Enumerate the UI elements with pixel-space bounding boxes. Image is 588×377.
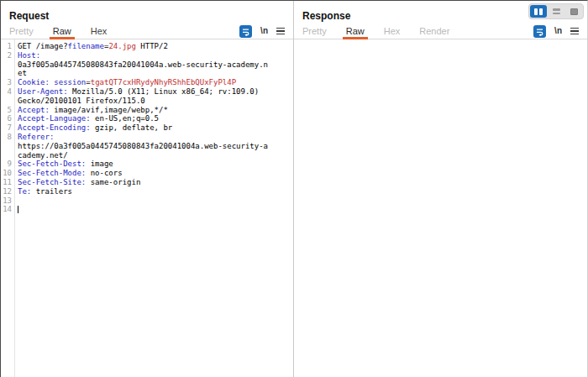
tab-hex[interactable]: Hex (384, 24, 401, 39)
editor-row[interactable]: 13 (1, 196, 293, 206)
tab-render[interactable]: Render (419, 24, 449, 39)
text-caret (18, 206, 18, 214)
request-panel-title: Request (9, 10, 49, 22)
repeater-view: Request PrettyRawHex \n 1GET /ima (0, 0, 588, 377)
line-number: 5 (1, 106, 14, 115)
columns-layout-icon (534, 8, 543, 15)
editor-row[interactable]: et (1, 69, 293, 78)
layout-switcher (528, 3, 584, 19)
code-line: 0a3f005a0445745080843fa20041004a.web-sec… (14, 60, 268, 70)
editor-row[interactable]: cademy.net/ (1, 151, 293, 160)
tab-raw[interactable]: Raw (346, 24, 365, 39)
tab-raw[interactable]: Raw (53, 24, 71, 39)
request-title-row: Request (1, 1, 293, 24)
editor-row[interactable]: 1GET /image?filename=24.jpg HTTP/2 (1, 42, 293, 51)
line-number (1, 142, 14, 151)
gutter-divider (14, 39, 15, 377)
line-number: 2 (1, 51, 14, 60)
single-pane-button[interactable] (565, 5, 582, 18)
line-number: 14 (1, 205, 14, 214)
editor-row[interactable]: 2Host: (1, 51, 293, 60)
code-line: Cookie: session=tgatQT7cxHRydyNhyRShhEbQ… (14, 78, 236, 87)
editor-row[interactable]: 4User-Agent: Mozilla/5.0 (X11; Linux x86… (1, 87, 293, 97)
line-number (1, 97, 14, 106)
line-number (1, 60, 14, 70)
word-wrap-icon (535, 27, 544, 36)
hamburger-icon (570, 28, 579, 35)
line-number: 13 (1, 196, 14, 206)
code-line: cademy.net/ (14, 151, 68, 160)
request-editor-toolbar: \n (239, 25, 285, 38)
response-tabbar: PrettyRawHexRender \n (294, 24, 587, 39)
line-number: 9 (1, 160, 14, 169)
word-wrap-toggle-button[interactable] (533, 25, 546, 38)
show-newlines-toggle-button[interactable]: \n (554, 27, 562, 35)
response-tabs: PrettyRawHexRender (302, 24, 469, 39)
request-panel: Request PrettyRawHex \n 1GET /ima (1, 1, 293, 377)
editor-row[interactable]: 3Cookie: session=tgatQT7cxHRydyNhyRShhEb… (1, 78, 293, 87)
response-panel-title: Response (302, 10, 350, 22)
rows-layout-icon (553, 8, 560, 14)
code-line: Sec-Fetch-Mode: no-cors (14, 169, 123, 178)
editor-row[interactable]: 0a3f005a0445745080843fa20041004a.web-sec… (1, 60, 293, 70)
editor-menu-button[interactable] (276, 28, 285, 35)
code-line: GET /image?filename=24.jpg HTTP/2 (14, 42, 168, 51)
response-editor-toolbar: \n (533, 25, 579, 38)
line-number: 8 (1, 133, 14, 142)
code-line: Sec-Fetch-Site: same-origin (14, 178, 140, 187)
code-line: Referer: (14, 133, 54, 142)
request-tabs: PrettyRawHex (9, 24, 126, 39)
code-line: Te: trailers (14, 187, 72, 196)
line-number: 11 (1, 178, 14, 187)
line-number: 3 (1, 78, 14, 87)
line-number (1, 151, 14, 160)
editor-row[interactable]: https://0a3f005a0445745080843fa20041004a… (1, 142, 293, 151)
editor-row[interactable]: 9Sec-Fetch-Dest: image (1, 160, 293, 169)
editor-row[interactable]: 7Accept-Encoding: gzip, deflate, br (1, 123, 293, 133)
editor-row[interactable]: 8Referer: (1, 133, 293, 142)
tab-hex[interactable]: Hex (91, 24, 108, 39)
line-number: 7 (1, 123, 14, 133)
request-tabbar: PrettyRawHex \n (1, 24, 293, 39)
line-number: 4 (1, 87, 14, 97)
line-number: 6 (1, 114, 14, 123)
word-wrap-toggle-button[interactable] (239, 25, 252, 38)
line-number: 10 (1, 169, 14, 178)
word-wrap-icon (241, 27, 250, 36)
code-line: Accept: image/avif,image/webp,*/* (14, 106, 168, 115)
split-columns-button[interactable] (530, 5, 547, 18)
editor-row[interactable]: 10Sec-Fetch-Mode: no-cors (1, 169, 293, 178)
line-number (1, 69, 14, 78)
code-line: Gecko/20100101 Firefox/115.0 (14, 97, 145, 106)
split-rows-button[interactable] (548, 5, 564, 18)
tab-pretty[interactable]: Pretty (9, 24, 34, 39)
code-line: Host: (14, 51, 40, 60)
code-line: Accept-Language: en-US,en;q=0.5 (14, 114, 159, 123)
hamburger-icon (276, 28, 285, 35)
editor-row[interactable]: Gecko/20100101 Firefox/115.0 (1, 97, 293, 106)
code-line: et (14, 69, 27, 78)
editor-menu-button[interactable] (570, 28, 579, 35)
line-number: 1 (1, 42, 14, 51)
request-editor[interactable]: 1GET /image?filename=24.jpg HTTP/22Host:… (1, 39, 293, 377)
response-panel: Response PrettyRawHexRender \n (294, 1, 587, 377)
editor-row[interactable]: 11Sec-Fetch-Site: same-origin (1, 178, 293, 187)
line-number: 12 (1, 187, 14, 196)
response-editor[interactable] (294, 39, 587, 377)
code-line: https://0a3f005a0445745080843fa20041004a… (14, 142, 268, 151)
editor-row[interactable]: 14 (1, 205, 293, 214)
editor-row[interactable]: 6Accept-Language: en-US,en;q=0.5 (1, 114, 293, 123)
tab-pretty[interactable]: Pretty (302, 24, 327, 39)
code-line: User-Agent: Mozilla/5.0 (X11; Linux x86_… (14, 87, 259, 97)
code-line: Accept-Encoding: gzip, deflate, br (14, 123, 172, 133)
code-line: Sec-Fetch-Dest: image (14, 160, 113, 169)
editor-row[interactable]: 5Accept: image/avif,image/webp,*/* (1, 106, 293, 115)
single-pane-icon (570, 8, 578, 15)
editor-row[interactable]: 12Te: trailers (1, 187, 293, 196)
show-newlines-toggle-button[interactable]: \n (260, 27, 268, 35)
